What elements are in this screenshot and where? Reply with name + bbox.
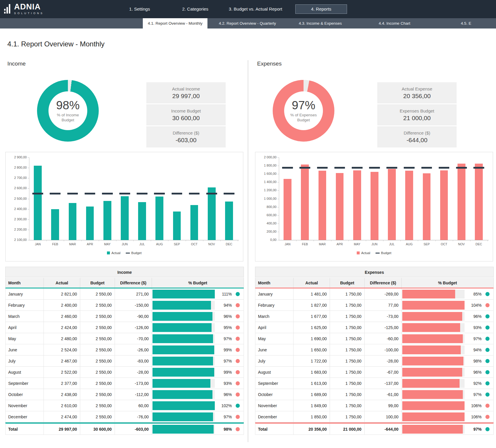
budget-cell: 1 750,00 [330, 355, 365, 366]
expenses-bar-chart: 2 000,001 800,001 600,001 400,001 200,00… [255, 152, 493, 261]
month-cell: April [255, 322, 294, 333]
pct-bar [402, 345, 461, 354]
pct-label: 99% [215, 348, 232, 352]
pct-budget-cell: 85% [402, 288, 493, 299]
table-row: May2 480,002 550,00-70,0097% [5, 333, 244, 344]
expenses-panel: Expenses 97% % of Expenses Budget Actual… [255, 59, 494, 442]
x-axis-label: MAY [99, 242, 116, 246]
x-axis-tick [64, 240, 64, 241]
stat-value: 30 600,00 [172, 115, 200, 122]
pct-bar [402, 312, 462, 321]
budget-dash [85, 193, 95, 194]
x-axis-label: NOV [453, 242, 470, 246]
actual-cell: 1 625,00 [294, 322, 330, 333]
budget-cell: 1 750,00 [330, 378, 365, 389]
month-cell: July [255, 355, 294, 366]
income-panel: Income 98% % of Income Budget Actual Inc… [5, 59, 244, 442]
actual-cell: 2 467,00 [44, 355, 80, 366]
actual-bar [440, 170, 448, 240]
budget-dash [439, 167, 450, 169]
pct-bar-track [402, 357, 465, 365]
table-row: January2 821,002 550,00271,00111% [5, 288, 244, 300]
month-cell: June [6, 344, 44, 355]
nav-item--budget-vs-actual-report[interactable]: 3. Budget vs. Actual Report [224, 0, 287, 18]
pct-bar-track [153, 323, 215, 332]
y-axis-label: 2 700,00 [6, 176, 27, 179]
panel-divider [248, 60, 248, 442]
actual-cell: 2 522,00 [44, 367, 80, 377]
actual-bar [475, 164, 483, 240]
month-cell: June [255, 344, 294, 355]
stat-value: 20 356,00 [403, 93, 430, 100]
budget-cell: 2 550,00 [80, 378, 115, 389]
actual-bar [121, 196, 129, 240]
stat-box: Actual Expense20 356,00 [377, 82, 457, 103]
report-tab-4-5-e[interactable]: 4.5. E [447, 18, 485, 28]
legend-budget-swatch [126, 253, 130, 254]
col-header-budget: Budget [330, 278, 365, 288]
x-axis-label: MAR [314, 242, 331, 246]
pct-bar [153, 323, 212, 332]
budget-cell: 1 750,00 [330, 322, 365, 333]
pct-bar [402, 390, 463, 399]
nav-item--reports[interactable]: 4. Reports [295, 4, 347, 14]
actual-cell: 20 356,00 [294, 424, 330, 434]
x-axis-tick [296, 240, 296, 241]
nav-item--categories[interactable]: 2. Categories [174, 0, 217, 18]
x-axis-label: OCT [435, 242, 453, 246]
pct-label: 111% [215, 292, 232, 296]
stat-box: Difference ($)-603,00 [146, 126, 226, 147]
budget-dash [119, 193, 130, 194]
pct-bar [153, 412, 213, 421]
pct-budget-cell: 96% [152, 311, 244, 322]
actual-cell: 1 677,00 [294, 311, 330, 322]
pct-bar-track [402, 334, 465, 343]
x-axis-label: JAN [29, 242, 46, 246]
actual-cell: 1 827,00 [294, 300, 330, 311]
report-tab-4-2-report-overview-quarterly[interactable]: 4.2. Report Overview - Quarterly [214, 18, 281, 28]
x-axis-tick [418, 240, 418, 241]
month-cell: November [6, 400, 44, 411]
pct-label: 94% [465, 348, 482, 352]
status-dot [485, 404, 490, 408]
x-axis-tick [46, 240, 47, 241]
x-axis-tick [453, 240, 453, 241]
stat-label: Expenses Budget [400, 108, 434, 113]
chart-legend: ActualBudget [255, 251, 493, 255]
col-header-month: Month [6, 278, 44, 288]
pct-label: 106% [465, 415, 482, 419]
difference-cell: 271,00 [115, 288, 152, 299]
actual-cell: 2 821,00 [44, 288, 80, 299]
difference-cell: 99,00 [365, 400, 402, 411]
pct-label: 99% [215, 370, 232, 375]
stat-label: Actual Expense [402, 86, 432, 91]
actual-bar [69, 203, 77, 240]
pct-budget-cell: 93% [402, 322, 493, 333]
actual-cell: 2 524,00 [44, 344, 80, 355]
pct-bar-track [402, 368, 465, 377]
budget-cell: 2 550,00 [80, 322, 115, 333]
table-row: February2 400,002 550,00-150,0094% [5, 300, 244, 311]
x-axis-tick [314, 240, 314, 241]
actual-bar [155, 197, 163, 240]
pct-bar [402, 368, 462, 377]
report-tab-4-4-income-chart[interactable]: 4.4. Income Chart [375, 18, 414, 28]
pct-budget-cell: 99% [152, 367, 244, 377]
status-dot [485, 359, 490, 363]
y-axis-label: 2 600,00 [6, 186, 27, 190]
pct-budget-cell: 97% [402, 424, 493, 434]
table-title: Expenses [255, 267, 494, 277]
status-dot [485, 427, 490, 431]
budget-dash [282, 167, 293, 169]
status-dot [485, 381, 490, 385]
report-tab-4-1-report-overview-monthly[interactable]: 4.1. Report Overview - Monthly [143, 18, 207, 28]
report-tab-4-3-income-expenses[interactable]: 4.3. Income & Expenses [295, 18, 345, 28]
pct-budget-cell: 111% [152, 288, 244, 299]
y-axis-label: 0,00 [255, 238, 277, 241]
difference-cell: -76,00 [115, 411, 152, 422]
x-axis-label: MAR [64, 242, 81, 246]
nav-item--settings[interactable]: 1. Settings [122, 0, 157, 18]
table-row: July2 467,002 550,00-83,0097% [5, 355, 244, 367]
report-tabs-bar: 4.1. Report Overview - Monthly4.2. Repor… [0, 18, 496, 28]
difference-cell: -28,00 [115, 367, 152, 377]
